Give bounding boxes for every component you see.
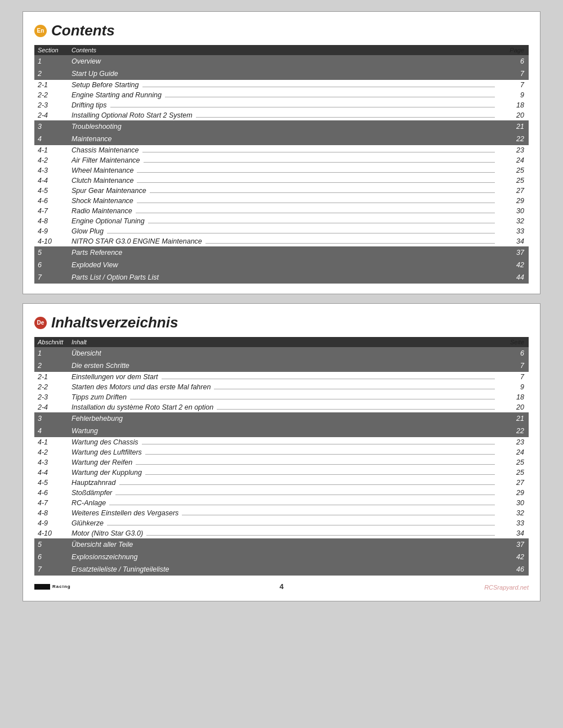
row-page: 37 — [501, 246, 529, 259]
row-page: 7 — [501, 372, 529, 382]
table-row: 7Parts List / Option Parts List44 — [34, 271, 529, 284]
row-page: 27 — [501, 478, 529, 488]
row-section: 6 — [34, 551, 68, 563]
row-contents: Troubleshooting — [68, 120, 501, 133]
table-row: 7Ersatzteileliste / Tuningteileliste46 — [34, 563, 529, 576]
row-section: 2 — [34, 68, 68, 80]
row-page: 25 — [501, 176, 529, 186]
logo-text: Racing — [52, 584, 71, 589]
row-contents: Radio Maintenance — [68, 206, 501, 216]
row-contents: Motor (Nitro Star G3.0) — [68, 528, 501, 538]
de-section-title: Inhaltsverzeichnis — [51, 314, 178, 331]
footer-logo: Racing — [34, 584, 71, 590]
row-contents: Drifting tips — [68, 100, 501, 110]
row-contents: Stoßdämpfer — [68, 488, 501, 498]
row-contents: Engine Starting and Running — [68, 90, 501, 100]
row-contents: Die ersten Schritte — [68, 359, 501, 372]
row-section: 1 — [34, 347, 68, 359]
row-section: 4-2 — [34, 447, 68, 457]
row-contents: Engine Optional Tuning — [68, 216, 501, 226]
de-section-header: De Inhaltsverzeichnis — [34, 314, 529, 331]
row-contents: Chassis Maintenance — [68, 145, 501, 155]
table-row: 6Explosionszeichnung42 — [34, 551, 529, 563]
row-section: 2-3 — [34, 100, 68, 110]
table-row: 4-3Wheel Maintenance25 — [34, 165, 529, 176]
page-number: 4 — [279, 582, 283, 591]
row-page: 33 — [501, 518, 529, 528]
table-row: 4-4Clutch Maintenance25 — [34, 176, 529, 186]
watermark: RCSrapyard.net — [484, 584, 529, 591]
en-header-section: Section — [34, 45, 68, 55]
table-row: 2Die ersten Schritte7 — [34, 359, 529, 372]
row-page: 27 — [501, 186, 529, 196]
table-row: 4-8Engine Optional Tuning32 — [34, 216, 529, 226]
table-row: 4-2Wartung des Luftfilters24 — [34, 447, 529, 457]
table-row: 6Exploded View42 — [34, 259, 529, 271]
row-page: 20 — [501, 110, 529, 120]
row-contents: Parts Reference — [68, 246, 501, 259]
table-row: 2-2Engine Starting and Running9 — [34, 90, 529, 100]
row-page: 23 — [501, 145, 529, 155]
row-contents: Wartung des Chassis — [68, 437, 501, 447]
en-contents-card: En Contents Section Contents Page 1Overv… — [23, 11, 540, 294]
table-row: 2-4Installing Optional Roto Start 2 Syst… — [34, 110, 529, 120]
row-page: 32 — [501, 216, 529, 226]
row-section: 4-6 — [34, 196, 68, 206]
row-contents: Clutch Maintenance — [68, 176, 501, 186]
row-section: 4-7 — [34, 498, 68, 508]
en-header-page: Page — [501, 45, 529, 55]
row-contents: Explosionszeichnung — [68, 551, 501, 563]
row-page: 33 — [501, 226, 529, 236]
table-row: 1Overview6 — [34, 55, 529, 68]
row-page: 9 — [501, 382, 529, 392]
table-row: 4-7RC-Anlage30 — [34, 498, 529, 508]
table-row: 4-9Glow Plug33 — [34, 226, 529, 236]
row-contents: Einstellungen vor dem Start — [68, 372, 501, 382]
row-contents: NITRO STAR G3.0 ENGINE Maintenance — [68, 236, 501, 246]
row-contents: Starten des Motors und das erste Mal fah… — [68, 382, 501, 392]
row-contents: Start Up Guide — [68, 68, 501, 80]
de-header-contents: Inhalt — [68, 337, 501, 347]
row-section: 6 — [34, 259, 68, 271]
table-row: 4-6Stoßdämpfer29 — [34, 488, 529, 498]
row-contents: Wartung der Reifen — [68, 457, 501, 468]
row-contents: Tipps zum Driften — [68, 392, 501, 402]
row-page: 24 — [501, 447, 529, 457]
row-contents: Übersicht aller Teile — [68, 538, 501, 551]
table-row: 4-1Chassis Maintenance23 — [34, 145, 529, 155]
row-page: 37 — [501, 538, 529, 551]
row-contents: Hauptzahnrad — [68, 478, 501, 488]
row-page: 29 — [501, 488, 529, 498]
row-contents: Shock Maintenance — [68, 196, 501, 206]
row-section: 3 — [34, 120, 68, 133]
row-page: 22 — [501, 425, 529, 437]
row-page: 20 — [501, 402, 529, 412]
row-section: 4-8 — [34, 508, 68, 518]
row-contents: Wheel Maintenance — [68, 165, 501, 176]
row-page: 21 — [501, 412, 529, 425]
row-section: 2 — [34, 359, 68, 372]
row-section: 2-1 — [34, 80, 68, 90]
row-section: 4-6 — [34, 488, 68, 498]
row-page: 25 — [501, 457, 529, 468]
en-toc-table: Section Contents Page 1Overview62Start U… — [34, 45, 529, 284]
row-section: 4-1 — [34, 437, 68, 447]
row-section: 2-2 — [34, 382, 68, 392]
row-contents: Glow Plug — [68, 226, 501, 236]
row-page: 29 — [501, 196, 529, 206]
table-row: 4-5Spur Gear Maintenance27 — [34, 186, 529, 196]
de-table-header: Abschnitt Inhalt Seite — [34, 337, 529, 347]
row-page: 22 — [501, 133, 529, 145]
en-lang-badge: En — [34, 25, 47, 37]
table-row: 4Wartung22 — [34, 425, 529, 437]
row-section: 4 — [34, 425, 68, 437]
row-section: 7 — [34, 563, 68, 576]
de-lang-badge: De — [34, 317, 47, 329]
row-contents: Parts List / Option Parts List — [68, 271, 501, 284]
row-page: 30 — [501, 498, 529, 508]
row-contents: Air Filter Maintenance — [68, 155, 501, 165]
row-contents: Overview — [68, 55, 501, 68]
table-row: 2-1Einstellungen vor dem Start7 — [34, 372, 529, 382]
table-row: 2-4Installation du système Roto Start 2 … — [34, 402, 529, 412]
row-page: 24 — [501, 155, 529, 165]
